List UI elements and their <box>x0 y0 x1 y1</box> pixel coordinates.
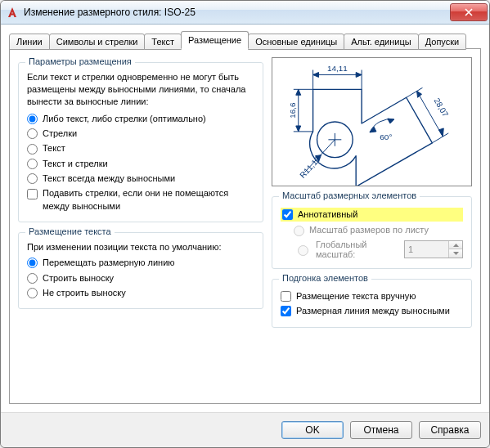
group-fit-options: Параметры размещения Если текст и стрелк… <box>18 62 263 222</box>
titlebar: Изменение размерного стиля: ISO-25 <box>1 1 489 25</box>
tab-lines[interactable]: Линии <box>9 34 50 50</box>
radio-tp-no-leader-input[interactable] <box>27 288 38 298</box>
radio-fit-both-label: Текст и стрелки <box>43 158 108 170</box>
close-icon <box>465 8 473 16</box>
panel-right: 14,11 16,6 <box>272 57 472 395</box>
fit-options-intro: Если текст и стрелки одновременно не мог… <box>27 71 254 108</box>
group-text-placement: Размещение текста При изменении позиции … <box>18 232 263 309</box>
panel-left: Параметры размещения Если текст и стрелк… <box>18 57 263 395</box>
radio-tp-move-dimline[interactable]: Перемещать размерную линию <box>27 257 254 269</box>
tab-fit[interactable]: Размещение <box>181 31 249 49</box>
app-icon <box>6 6 19 19</box>
radio-fit-text[interactable]: Текст <box>27 142 254 155</box>
svg-marker-19 <box>388 119 394 123</box>
radio-fit-best-label: Либо текст, либо стрелки (оптимально) <box>43 113 206 125</box>
radio-scale-overall-label: Глобальный масштаб: <box>316 240 399 259</box>
help-button[interactable]: Справка <box>419 421 481 439</box>
chevron-up-icon <box>453 244 459 247</box>
group-fit-options-title: Параметры размещения <box>25 56 135 66</box>
radio-fit-best[interactable]: Либо текст, либо стрелки (оптимально) <box>27 113 254 125</box>
check-dimline-between-label: Размерная линия между выносными <box>296 305 450 317</box>
spin-overall-scale-input <box>405 241 448 258</box>
svg-marker-16 <box>417 91 422 97</box>
radio-fit-both-input[interactable] <box>27 159 38 169</box>
check-annotative-label: Аннотативный <box>298 208 357 221</box>
radio-fit-both[interactable]: Текст и стрелки <box>27 158 254 170</box>
svg-marker-11 <box>296 89 301 95</box>
group-fine-tuning-title: Подгонка элементов <box>279 273 371 283</box>
preview-dim-top: 14,11 <box>327 65 348 74</box>
button-bar: OK Отмена Справка <box>1 412 489 447</box>
radio-tp-no-leader-label: Не строить выноску <box>43 287 126 299</box>
radio-scale-layout-label: Масштаб размеров по листу <box>309 224 429 236</box>
text-placement-intro: При изменении позиции текста по умолчани… <box>27 241 254 253</box>
radio-tp-move-dimline-label: Перемещать размерную линию <box>43 257 175 269</box>
chevron-down-icon <box>453 252 459 255</box>
group-fine-tuning: Подгонка элементов Размещение текста вру… <box>272 279 472 328</box>
dialog-window: Изменение размерного стиля: ISO-25 Линии… <box>0 0 490 448</box>
check-manual-text[interactable]: Размещение текста вручную <box>281 290 463 302</box>
radio-fit-always-between-input[interactable] <box>27 173 38 184</box>
radio-scale-overall-row: Глобальный масштаб: <box>294 240 463 259</box>
radio-fit-text-label: Текст <box>43 142 65 155</box>
radio-fit-best-input[interactable] <box>27 114 38 124</box>
tab-panel-fit: Параметры размещения Если текст и стрелк… <box>9 48 481 404</box>
svg-marker-7 <box>356 72 362 77</box>
radio-fit-arrows-input[interactable] <box>27 128 38 139</box>
radio-tp-move-dimline-input[interactable] <box>27 258 38 268</box>
spin-up-button <box>449 241 462 249</box>
ok-button[interactable]: OK <box>281 421 344 439</box>
radio-fit-arrows-label: Стрелки <box>43 128 77 140</box>
radio-fit-arrows[interactable]: Стрелки <box>27 128 254 140</box>
radio-fit-always-between-label: Текст всегда между выносными <box>43 172 175 185</box>
spin-down-button <box>449 249 462 258</box>
preview-dim-left: 16,6 <box>288 102 297 119</box>
radio-scale-overall-input <box>298 245 308 256</box>
group-scale-title: Масштаб размерных элементов <box>279 190 420 200</box>
check-manual-text-input[interactable] <box>281 291 291 302</box>
tab-primary-units[interactable]: Основные единицы <box>248 34 344 50</box>
group-scale: Масштаб размерных элементов Аннотативный… <box>272 196 472 269</box>
group-text-placement-title: Размещение текста <box>25 226 115 236</box>
svg-marker-12 <box>296 126 301 132</box>
radio-fit-always-between[interactable]: Текст всегда между выносными <box>27 172 254 185</box>
radio-scale-layout: Масштаб размеров по листу <box>294 224 463 236</box>
preview-dim-diag: 28,07 <box>432 96 450 119</box>
check-manual-text-label: Размещение текста вручную <box>296 290 416 302</box>
radio-fit-text-input[interactable] <box>27 144 38 155</box>
preview-dim-radius: R11,17 <box>298 155 322 180</box>
tab-symbols-arrows[interactable]: Символы и стрелки <box>49 34 146 50</box>
radio-tp-no-leader[interactable]: Не строить выноску <box>27 287 254 299</box>
radio-tp-leader-input[interactable] <box>27 273 38 284</box>
tab-text[interactable]: Текст <box>144 34 182 50</box>
spin-overall-scale <box>404 240 463 258</box>
svg-marker-6 <box>313 72 319 77</box>
radio-scale-layout-input <box>294 226 304 236</box>
dimension-preview: 14,11 16,6 <box>272 57 472 186</box>
radio-tp-leader[interactable]: Строить выноску <box>27 272 254 284</box>
check-annotative[interactable]: Аннотативный <box>281 208 463 222</box>
preview-dim-angle: 60° <box>380 132 392 141</box>
check-dimline-between[interactable]: Размерная линия между выносными <box>281 305 463 317</box>
svg-marker-18 <box>370 127 376 132</box>
check-suppress-arrows-input[interactable] <box>27 189 38 199</box>
client-area: Линии Символы и стрелки Текст Размещение… <box>1 25 489 412</box>
tab-tolerances[interactable]: Допуски <box>418 34 466 50</box>
dialog-title: Изменение размерного стиля: ISO-25 <box>24 7 450 18</box>
cancel-button[interactable]: Отмена <box>350 421 412 439</box>
check-annotative-input[interactable] <box>282 209 293 220</box>
check-suppress-arrows-label: Подавить стрелки, если они не помещаются… <box>43 187 254 213</box>
svg-marker-17 <box>438 128 443 137</box>
check-dimline-between-input[interactable] <box>281 306 291 316</box>
svg-line-14 <box>432 133 448 143</box>
tab-strip: Линии Символы и стрелки Текст Размещение… <box>9 31 481 49</box>
check-suppress-arrows[interactable]: Подавить стрелки, если они не помещаются… <box>27 187 254 213</box>
close-button[interactable] <box>450 3 488 21</box>
tab-alt-units[interactable]: Альт. единицы <box>344 34 418 50</box>
radio-tp-leader-label: Строить выноску <box>43 272 114 284</box>
